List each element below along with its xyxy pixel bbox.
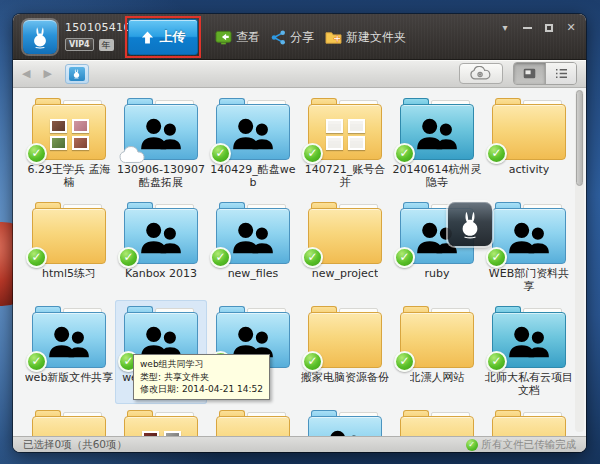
shared-people-icon	[322, 428, 368, 436]
synced-check-icon: ✓	[26, 247, 47, 268]
synced-check-icon: ✓	[26, 143, 47, 164]
upload-button[interactable]: 上传	[128, 19, 198, 55]
share-label: 分享	[290, 29, 314, 46]
shared-people-icon	[230, 220, 276, 256]
file-item[interactable]: ✓ 北漂人网站	[391, 300, 483, 404]
file-item[interactable]: ✓	[483, 404, 575, 436]
file-item[interactable]: ✓ 北师大私有云项目文档	[483, 300, 575, 404]
scrollbar-track[interactable]	[575, 90, 584, 432]
folder-icon: ✓	[124, 98, 198, 160]
file-label: 6.29王学兵 孟海楠	[24, 163, 114, 189]
file-label: new_files	[228, 267, 279, 280]
file-item[interactable]: ✓ html5练习	[23, 196, 115, 300]
desktop-background: 15010541057 VIP4 年 上传	[0, 0, 600, 464]
file-item[interactable]: ✓ 20140614杭州灵隐寺	[391, 92, 483, 196]
close-icon[interactable]: ✕	[565, 22, 577, 33]
folder-icon: ✓	[308, 202, 382, 264]
file-label: new_project	[312, 267, 378, 280]
kanbox-window: 15010541057 VIP4 年 上传	[13, 14, 586, 452]
file-label: WEB部门资料共享	[484, 267, 574, 293]
synced-check-icon: ✓	[302, 247, 323, 268]
scrollbar-thumb[interactable]	[576, 90, 583, 186]
folder-icon: ✓	[308, 410, 382, 436]
selection-count: 已选择0项（共60项）	[23, 438, 127, 452]
share-button[interactable]: 分享	[271, 29, 314, 46]
grid-view-button[interactable]	[514, 63, 545, 84]
file-item[interactable]: ✓	[207, 404, 299, 436]
file-item[interactable]: ✓ WEB部门资料共享	[483, 196, 575, 300]
year-badge: 年	[99, 39, 114, 51]
file-label: 北漂人网站	[410, 371, 465, 384]
file-item[interactable]: ✓	[299, 404, 391, 436]
synced-check-icon: ✓	[26, 351, 47, 372]
folder-icon: ✓	[400, 98, 474, 160]
file-item[interactable]: ✓ 搬家电脑资源备份	[299, 300, 391, 404]
file-label: 130906-130907酷盘拓展	[116, 163, 206, 189]
file-item[interactable]: ✓ new_project	[299, 196, 391, 300]
file-item[interactable]: ✓	[391, 404, 483, 436]
photo-thumbnails	[50, 119, 89, 150]
file-item[interactable]: ✓	[23, 404, 115, 436]
view-button[interactable]: 查看	[215, 29, 260, 46]
list-view-icon	[555, 68, 568, 79]
folder-icon: ✓	[308, 98, 382, 160]
file-item[interactable]: ✓ new_files	[207, 196, 299, 300]
folder-icon: ✓	[32, 98, 106, 160]
file-item[interactable]: ✓ 6.29王学兵 孟海楠	[23, 92, 115, 196]
folder-icon: ✓	[124, 410, 198, 436]
shared-people-icon	[46, 324, 92, 360]
folder-icon: ✓	[492, 202, 566, 264]
grid-view-icon	[523, 68, 536, 79]
tooltip-modified: 修改日期: 2014-04-21 14:52	[140, 383, 263, 396]
file-item[interactable]: ✓	[115, 404, 207, 436]
upload-label: 上传	[160, 28, 186, 46]
home-button[interactable]	[65, 64, 89, 84]
upload-arrow-icon	[141, 31, 154, 44]
file-item[interactable]: ✓ web新版文件共享	[23, 300, 115, 404]
folder-icon: ✓	[124, 202, 198, 264]
file-item[interactable]: ✓ 140429_酷盘web	[207, 92, 299, 196]
new-folder-label: 新建文件夹	[346, 29, 406, 46]
synced-check-icon: ✓	[210, 247, 231, 268]
synced-check-icon: ✓	[210, 143, 231, 164]
new-folder-button[interactable]: 新建文件夹	[325, 29, 406, 46]
file-label: 140721_账号合并	[300, 163, 390, 189]
maximize-icon[interactable]	[543, 22, 555, 33]
forward-arrow-icon[interactable]: ▶	[43, 67, 51, 80]
cloud-view-button[interactable]	[459, 63, 503, 84]
shared-people-icon	[506, 324, 552, 360]
kanbox-rabbit-icon	[28, 25, 52, 49]
user-avatar[interactable]	[23, 20, 57, 54]
folder-tooltip: web组共同学习 类型: 共享文件夹 修改日期: 2014-04-21 14:5…	[133, 354, 270, 400]
new-folder-icon	[325, 30, 342, 45]
synced-check-icon: ✓	[486, 247, 507, 268]
minimize-icon[interactable]	[521, 22, 533, 33]
tooltip-type: 类型: 共享文件夹	[140, 371, 263, 384]
list-view-button[interactable]	[545, 63, 576, 84]
view-label: 查看	[236, 29, 260, 46]
menu-icon[interactable]: ▾	[499, 22, 511, 33]
file-item[interactable]: ✓ Kanbox 2013	[115, 196, 207, 300]
shared-people-icon	[230, 116, 276, 152]
file-item[interactable]: ✓ 140721_账号合并	[299, 92, 391, 196]
file-item[interactable]: ✓ activity	[483, 92, 575, 196]
toolbar-actions: 查看 分享 新建文	[215, 14, 406, 60]
file-label: ruby	[425, 267, 450, 280]
shared-people-icon	[414, 116, 460, 152]
back-arrow-icon[interactable]: ◀	[22, 67, 30, 80]
shared-people-icon	[138, 220, 184, 256]
file-label: web新版文件共享	[25, 371, 114, 384]
shared-people-icon	[506, 220, 552, 256]
folder-icon: ✓	[492, 410, 566, 436]
synced-check-icon: ✓	[394, 247, 415, 268]
document-thumbnails	[326, 119, 365, 150]
folder-icon: ✓	[32, 410, 106, 436]
file-item[interactable]: ✓ 130906-130907酷盘拓展	[115, 92, 207, 196]
file-label: 140429_酷盘web	[208, 163, 298, 189]
synced-check-icon: ✓	[118, 247, 139, 268]
synced-check-icon: ✓	[394, 143, 415, 164]
folder-icon: ✓	[216, 98, 290, 160]
view-icon	[215, 30, 232, 45]
folder-icon: ✓	[216, 410, 290, 436]
kanbox-drag-badge	[448, 202, 492, 246]
